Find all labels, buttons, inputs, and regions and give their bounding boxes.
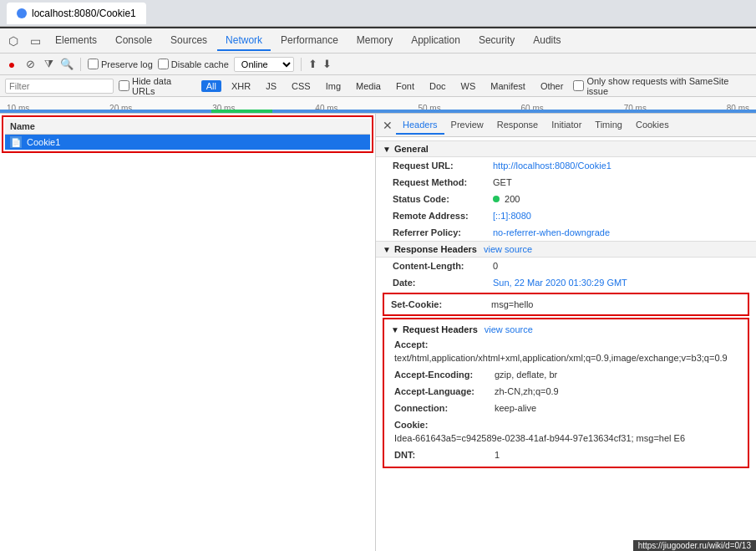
tab-console[interactable]: Console [107, 31, 160, 51]
general-section-header[interactable]: ▼ General [376, 140, 756, 157]
preserve-log-text: Preserve log [101, 59, 153, 69]
filter-type-xhr[interactable]: XHR [226, 80, 256, 92]
request-headers-title: Request Headers [403, 324, 478, 334]
response-headers-title: Response Headers [394, 244, 477, 254]
close-details-button[interactable]: ✕ [379, 117, 396, 134]
remote-address-row: Remote Address: [::1]:8080 [376, 207, 756, 224]
status-code-label: Status Code: [393, 192, 493, 206]
timeline-green-part [211, 110, 271, 113]
response-headers-view-source[interactable]: view source [484, 244, 532, 254]
detail-tab-initiator[interactable]: Initiator [545, 116, 588, 135]
tab-sources[interactable]: Sources [162, 31, 216, 51]
name-box: Name 📄 Cookie1 [2, 115, 373, 153]
dnt-label: DNT: [394, 448, 495, 462]
accept-row: Accept: text/html,application/xhtml+xml,… [388, 336, 744, 366]
hide-data-urls-label[interactable]: Hide data URLs [119, 76, 196, 96]
filter-icon[interactable]: ⧩ [42, 58, 55, 71]
general-arrow-icon: ▼ [383, 145, 391, 154]
disable-cache-label[interactable]: Disable cache [158, 59, 229, 69]
remote-address-label: Remote Address: [393, 209, 493, 222]
detail-tab-cookies[interactable]: Cookies [629, 116, 676, 135]
accept-encoding-row: Accept-Encoding: gzip, deflate, br [388, 366, 744, 383]
inspect-element-icon[interactable]: ⬡ [3, 31, 23, 51]
disable-cache-checkbox[interactable] [158, 59, 169, 69]
stop-button[interactable]: ⊘ [23, 58, 37, 71]
search-icon[interactable]: 🔍 [60, 58, 74, 71]
request-url-label: Request URL: [393, 159, 493, 172]
tab-title: localhost:8080/Cookie1 [32, 8, 136, 19]
tab-favicon [17, 8, 27, 18]
filter-type-font[interactable]: Font [391, 80, 419, 92]
details-content: ▼ General Request URL: http://localhost:… [376, 137, 756, 551]
cookie-row: Cookie: Idea-661643a5=c942589e-0238-41af… [388, 416, 744, 446]
date-row: Date: Sun, 22 Mar 2020 01:30:29 GMT [376, 274, 756, 291]
network-throttle-select[interactable]: Online Fast 3G Slow 3G [234, 57, 294, 72]
browser-tab[interactable]: localhost:8080/Cookie1 [7, 3, 146, 24]
request-method-label: Request Method: [393, 176, 493, 189]
request-headers-section-header[interactable]: ▼ Request Headers view source [388, 323, 744, 336]
detail-tab-timing[interactable]: Timing [588, 116, 629, 135]
set-cookie-box: Set-Cookie: msg=hello [383, 293, 749, 316]
network-toolbar: ● ⊘ ⧩ 🔍 Preserve log Disable cache Onlin… [0, 54, 756, 75]
status-dot-icon [493, 196, 500, 202]
main-content: Name 📄 Cookie1 ✕ Headers Preview Respons… [0, 114, 756, 551]
details-tabs: ✕ Headers Preview Response Initiator Tim… [376, 114, 756, 137]
hide-data-urls-text: Hide data URLs [132, 76, 196, 96]
request-item-cookie1[interactable]: 📄 Cookie1 [5, 135, 370, 150]
tab-memory[interactable]: Memory [348, 31, 401, 51]
filter-type-ws[interactable]: WS [456, 80, 481, 92]
date-value: Sun, 22 Mar 2020 01:30:29 GMT [493, 276, 627, 289]
referrer-policy-value: no-referrer-when-downgrade [493, 226, 610, 239]
timeline-blue-bar [0, 110, 756, 113]
accept-label: Accept: [394, 338, 495, 351]
requests-header: Name [5, 119, 370, 135]
tab-performance[interactable]: Performance [272, 31, 347, 51]
filter-type-media[interactable]: Media [351, 80, 386, 92]
filter-type-other[interactable]: Other [535, 80, 569, 92]
request-url-row: Request URL: http://localhost:8080/Cooki… [376, 157, 756, 174]
detail-tab-headers[interactable]: Headers [396, 116, 444, 135]
samesite-checkbox[interactable] [573, 80, 584, 91]
connection-row: Connection: keep-alive [388, 400, 744, 416]
hide-data-urls-checkbox[interactable] [119, 80, 129, 91]
device-toolbar-icon[interactable]: ▭ [25, 31, 45, 51]
set-cookie-value: msg=hello [491, 298, 533, 311]
tab-network[interactable]: Network [217, 31, 271, 51]
file-icon: 📄 [10, 136, 22, 148]
upload-icon[interactable]: ⬆ [308, 58, 317, 70]
filter-type-doc[interactable]: Doc [424, 80, 451, 92]
response-headers-arrow-icon: ▼ [383, 245, 391, 254]
date-label: Date: [393, 276, 493, 289]
filter-type-manifest[interactable]: Manifest [485, 80, 530, 92]
preserve-log-checkbox[interactable] [88, 59, 99, 69]
separator2 [301, 58, 302, 71]
timeline-bar: 10 ms 20 ms 30 ms 40 ms 50 ms 60 ms 70 m… [0, 97, 756, 114]
response-headers-section-header[interactable]: ▼ Response Headers view source [376, 241, 756, 258]
set-cookie-label: Set-Cookie: [391, 298, 491, 311]
set-cookie-row: Set-Cookie: msg=hello [388, 296, 744, 313]
accept-value: text/html,application/xhtml+xml,applicat… [394, 351, 728, 365]
devtools-tab-bar: ⬡ ▭ Elements Console Sources Network Per… [0, 28, 756, 54]
samesite-label[interactable]: Only show requests with SameSite issue [573, 76, 751, 96]
filter-type-js[interactable]: JS [261, 80, 282, 92]
tab-elements[interactable]: Elements [47, 31, 105, 51]
connection-label: Connection: [394, 401, 495, 415]
preserve-log-label[interactable]: Preserve log [88, 59, 153, 69]
tab-application[interactable]: Application [403, 31, 469, 51]
tab-audits[interactable]: Audits [525, 31, 569, 51]
details-panel: ✕ Headers Preview Response Initiator Tim… [376, 114, 756, 551]
detail-tab-response[interactable]: Response [490, 116, 545, 135]
download-icon[interactable]: ⬇ [322, 58, 332, 70]
detail-tab-preview[interactable]: Preview [444, 116, 490, 135]
record-button[interactable]: ● [5, 58, 18, 71]
samesite-text: Only show requests with SameSite issue [586, 76, 751, 96]
filter-type-css[interactable]: CSS [287, 80, 316, 92]
request-headers-box: ▼ Request Headers view source Accept: te… [383, 318, 749, 468]
request-headers-view-source[interactable]: view source [485, 324, 533, 334]
filter-type-img[interactable]: Img [321, 80, 346, 92]
status-code-value: 200 [493, 192, 520, 206]
filter-input[interactable] [5, 79, 114, 94]
general-section-title: General [394, 144, 429, 154]
tab-security[interactable]: Security [470, 31, 523, 51]
filter-type-all[interactable]: All [201, 80, 221, 92]
